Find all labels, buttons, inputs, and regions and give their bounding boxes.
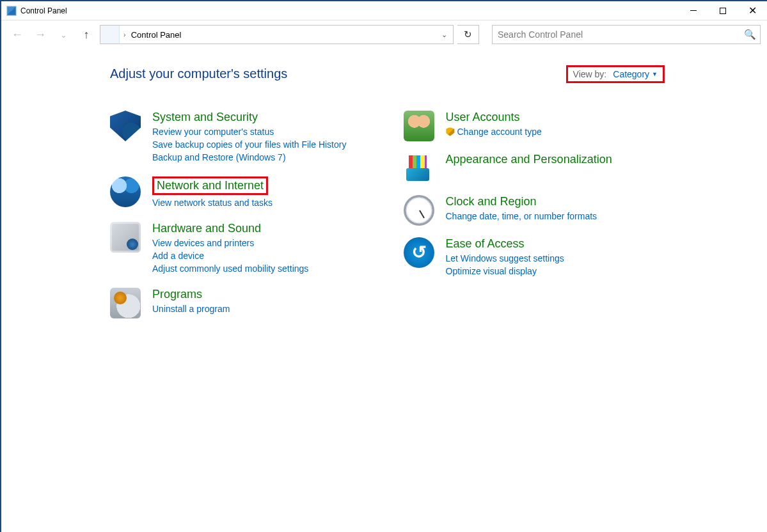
category-ease-of-access: Ease of AccessLet Windows suggest settin… [404, 237, 659, 279]
titlebar: Control Panel ✕ [1, 1, 767, 20]
category-link-hardware-sound-0[interactable]: View devices and printers [152, 238, 308, 248]
category-hardware-sound: Hardware and SoundView devices and print… [110, 222, 365, 276]
network-icon[interactable] [110, 176, 141, 207]
category-title-system-security[interactable]: System and Security [152, 111, 258, 124]
nav-row: ← → ⌄ ↑ › Control Panel ⌄ ↻ 🔍 [1, 20, 767, 49]
recent-locations-button[interactable]: ⌄ [54, 25, 73, 44]
category-user-accounts: User AccountsChange account type [404, 111, 659, 141]
category-link-programs-0[interactable]: Uninstall a program [152, 304, 230, 314]
back-button[interactable]: ← [8, 25, 27, 44]
category-title-programs[interactable]: Programs [152, 288, 202, 301]
category-link-system-security-2[interactable]: Backup and Restore (Windows 7) [152, 152, 346, 162]
window-title: Control Panel [20, 6, 67, 15]
category-link-clock-region-0[interactable]: Change date, time, or number formats [446, 211, 597, 221]
category-link-network-internet-0[interactable]: View network status and tasks [152, 198, 273, 208]
category-network-internet: Network and InternetView network status … [110, 176, 365, 210]
breadcrumb-location[interactable]: Control Panel [130, 30, 182, 40]
category-title-hardware-sound[interactable]: Hardware and Sound [152, 222, 261, 235]
uac-shield-icon [446, 127, 455, 136]
category-link-system-security-0[interactable]: Review your computer's status [152, 127, 346, 137]
address-dropdown-button[interactable]: ⌄ [435, 26, 453, 43]
programs-icon[interactable] [110, 288, 141, 318]
search-box[interactable]: 🔍 [492, 25, 761, 44]
users-icon[interactable] [404, 111, 434, 141]
hardware-icon[interactable] [110, 222, 141, 253]
close-button[interactable]: ✕ [738, 1, 767, 20]
search-icon: 🔍 [741, 29, 756, 40]
category-link-hardware-sound-2[interactable]: Adjust commonly used mobility settings [152, 263, 308, 274]
category-title-appearance-personalization[interactable]: Appearance and Personalization [446, 153, 612, 166]
category-appearance-personalization: Appearance and Personalization [404, 153, 659, 184]
category-title-user-accounts[interactable]: User Accounts [446, 111, 520, 124]
view-by-label: View by: [573, 69, 607, 79]
view-by-dropdown[interactable]: Category ▼ [613, 69, 658, 79]
app-icon [6, 6, 17, 16]
category-column-left: System and SecurityReview your computer'… [110, 111, 365, 330]
view-by-value: Category [613, 69, 649, 79]
maximize-button[interactable] [708, 1, 738, 20]
refresh-button[interactable]: ↻ [457, 25, 479, 44]
up-button[interactable]: ↑ [77, 25, 96, 44]
category-title-clock-region[interactable]: Clock and Region [446, 195, 537, 208]
minimize-button[interactable] [679, 1, 708, 20]
breadcrumb-chevron-icon: › [120, 31, 130, 38]
category-link-system-security-1[interactable]: Save backup copies of your files with Fi… [152, 139, 346, 150]
category-system-security: System and SecurityReview your computer'… [110, 111, 365, 165]
clock-icon[interactable] [404, 195, 434, 226]
forward-button[interactable]: → [31, 25, 50, 44]
category-column-right: User AccountsChange account typeAppearan… [404, 111, 659, 330]
shield-icon[interactable] [110, 111, 141, 141]
category-clock-region: Clock and RegionChange date, time, or nu… [404, 195, 659, 226]
category-link-ease-of-access-0[interactable]: Let Windows suggest settings [446, 253, 564, 263]
category-title-ease-of-access[interactable]: Ease of Access [446, 237, 525, 251]
category-link-hardware-sound-1[interactable]: Add a device [152, 251, 308, 261]
category-link-ease-of-access-1[interactable]: Optimize visual display [446, 266, 564, 276]
view-by-control: View by: Category ▼ [566, 65, 665, 83]
address-bar[interactable]: › Control Panel ⌄ [100, 25, 454, 44]
category-link-user-accounts-0[interactable]: Change account type [446, 127, 542, 137]
search-input[interactable] [496, 29, 741, 40]
caret-down-icon: ▼ [652, 71, 658, 77]
category-title-network-internet[interactable]: Network and Internet [152, 176, 268, 195]
address-icon [100, 26, 120, 43]
ease-icon[interactable] [404, 237, 434, 268]
content-area: Adjust your computer's settings View by:… [1, 49, 767, 330]
appearance-icon[interactable] [404, 153, 434, 184]
category-programs: ProgramsUninstall a program [110, 288, 365, 318]
